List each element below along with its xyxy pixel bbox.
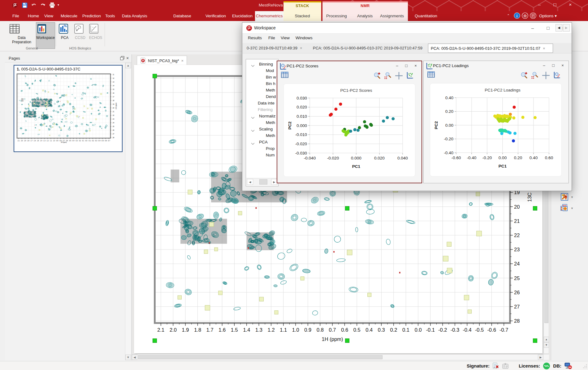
tree-item-normaliz[interactable]: Normaliz xyxy=(246,114,279,120)
resize-grip[interactable] xyxy=(583,364,587,368)
data-preparation-button[interactable]: DataPreparation xyxy=(9,22,35,49)
echos-button[interactable]: ECHOS xyxy=(88,22,103,49)
dropdown-caret-icon[interactable]: ▼ xyxy=(571,196,573,199)
workspace-menu-results[interactable]: Results xyxy=(248,36,262,40)
tree-item-dend[interactable]: Dend xyxy=(246,94,279,101)
document-tab[interactable]: NIST_PCA3_big* × xyxy=(137,56,187,65)
reset-axes-icon[interactable] xyxy=(553,71,562,80)
workspace-button[interactable]: Workspace xyxy=(36,22,55,49)
vscroll-up-icon[interactable]: ▲ xyxy=(544,337,549,342)
tree-item-meth[interactable]: Meth xyxy=(246,88,279,94)
zoom-points-icon[interactable] xyxy=(384,72,392,80)
tree-scroll-thumb[interactable] xyxy=(259,179,267,185)
scores-window[interactable]: PC1-PC2 Scores – □ × PC1-PC2 Scores-0.04… xyxy=(277,61,422,183)
save-icon[interactable] xyxy=(22,2,28,8)
reset-axes-icon[interactable] xyxy=(406,72,415,80)
tree-scroll-right-icon[interactable]: ▶ xyxy=(271,179,277,185)
loadings-close-button[interactable]: × xyxy=(559,62,567,69)
loadings-maximize-button[interactable]: □ xyxy=(549,62,557,69)
pages-scrollbar[interactable]: ▲ ▼ xyxy=(125,63,131,360)
tab-analysis[interactable]: Analysis xyxy=(357,11,373,21)
workspace-tab-1[interactable]: 0-37C 2019-09-02T10:49:39× xyxy=(244,44,308,53)
tree-item-bin-w[interactable]: Bin w xyxy=(246,75,279,81)
tab-elucidation[interactable]: Elucidation xyxy=(232,11,253,21)
scroll-up-icon[interactable]: ▲ xyxy=(125,63,131,68)
loadings-chart[interactable]: PC1-PC2 Loadings-0.60-0.40-0.200.000.200… xyxy=(430,83,561,176)
workspace-window[interactable]: Workspace – □ × ResultsFileViewWindows 0… xyxy=(242,22,572,191)
tree-item-pca[interactable]: PCA xyxy=(246,140,279,146)
chevron-down-icon[interactable] xyxy=(251,129,254,132)
table-icon[interactable] xyxy=(427,71,436,80)
app-maximize-button[interactable]: □ xyxy=(550,1,560,9)
mnova-flag-icon[interactable] xyxy=(12,2,18,8)
spectrum-palette-button[interactable]: ▼ xyxy=(560,203,569,213)
redo-icon[interactable] xyxy=(40,2,46,8)
loadings-window[interactable]: PC1-PC2 Loadings – □ × PC1-PC2 Loadings-… xyxy=(423,61,569,183)
document-hscrollbar[interactable]: ◀ ▶ xyxy=(132,354,549,360)
options-button[interactable]: Options ▾ xyxy=(539,13,557,18)
db-disconnected-icon[interactable] xyxy=(564,362,572,370)
tree-item-binning[interactable]: Binning xyxy=(246,62,279,68)
tree-item-meth[interactable]: Meth xyxy=(246,133,279,140)
page-thumbnail[interactable]: 1. 005-D2A-S-U-900-8495-010-37C 2.12.01.… xyxy=(14,65,123,152)
document-tab-close-icon[interactable]: × xyxy=(181,58,184,63)
zoom-in-icon[interactable] xyxy=(373,72,382,80)
scores-chart[interactable]: PC1-PC2 Scores-0.040-0.0200.0000.0200.04… xyxy=(284,84,415,176)
tab-processing[interactable]: Processing xyxy=(326,11,347,21)
scores-minimize-button[interactable]: – xyxy=(393,62,401,70)
zoom-in-icon[interactable] xyxy=(520,71,529,80)
dropdown-caret-icon[interactable]: ▼ xyxy=(571,207,573,210)
tree-scroll-left-icon[interactable]: ◀ xyxy=(247,179,253,185)
ccsd-button[interactable]: CCSD xyxy=(73,22,87,49)
tab-close-icon[interactable]: × xyxy=(543,46,545,51)
tab-stacked[interactable]: Stacked xyxy=(283,11,321,21)
table-icon[interactable] xyxy=(281,72,290,80)
print-icon[interactable] xyxy=(49,2,55,8)
scores-maximize-button[interactable]: □ xyxy=(402,62,410,70)
signature-id-icon[interactable] xyxy=(502,363,509,369)
tab-file[interactable]: File xyxy=(12,11,19,21)
tab-view[interactable]: View xyxy=(44,11,53,21)
spectrum-color-button[interactable]: ▼ xyxy=(560,192,569,202)
workspace-title-bar[interactable]: Workspace – □ × xyxy=(242,23,572,34)
tree-item-bin-h[interactable]: Bin h xyxy=(246,81,279,88)
tree-item-meth[interactable]: Meth xyxy=(246,120,279,127)
tab-database[interactable]: Database xyxy=(173,11,191,21)
pca-button[interactable]: %PCA xyxy=(58,22,72,49)
app-close-button[interactable]: × xyxy=(565,1,576,9)
settings-gear-icon[interactable]: ⚙ xyxy=(522,12,528,19)
tab-quantitation[interactable]: Quantitation xyxy=(415,11,437,21)
chevron-down-icon[interactable] xyxy=(251,64,254,67)
undo-icon[interactable] xyxy=(31,2,37,8)
workspace-minimize-button[interactable]: – xyxy=(526,23,539,33)
hscroll-right-icon[interactable]: ▶ xyxy=(538,355,543,360)
tree-item-num[interactable]: Num xyxy=(246,153,279,159)
ribbon-collapse-icon[interactable]: ⌃ xyxy=(507,14,510,18)
tree-item-scaling[interactable]: Scaling xyxy=(246,127,279,133)
zoom-points-icon[interactable] xyxy=(531,71,539,80)
info-icon[interactable]: i xyxy=(514,12,520,19)
tab-prediction[interactable]: Prediction xyxy=(82,11,101,21)
crosshair-icon[interactable] xyxy=(395,72,404,80)
tab-data-analysis[interactable]: Data Analysis xyxy=(122,11,147,21)
scroll-down-icon[interactable]: ▼ xyxy=(125,355,131,360)
tab-close-icon[interactable]: × xyxy=(300,46,302,50)
hscroll-thumb[interactable] xyxy=(138,355,383,359)
tab-scroll-right-icon[interactable]: ▶ xyxy=(563,24,570,32)
close-panel-icon[interactable]: × xyxy=(126,56,129,61)
license-ok-icon[interactable] xyxy=(543,362,550,370)
chevron-down-icon[interactable] xyxy=(251,142,254,145)
tree-item-mod[interactable]: Mod xyxy=(246,68,279,75)
workspace-maximize-button[interactable]: □ xyxy=(541,23,555,33)
tree-item-filtering[interactable]: Filtering xyxy=(246,107,279,114)
tab-assignments[interactable]: Assignments xyxy=(380,11,404,21)
tab-verification[interactable]: Verification xyxy=(205,11,226,21)
reference-manual-icon[interactable] xyxy=(530,12,536,19)
workspace-menu-view[interactable]: View xyxy=(281,36,290,40)
hscroll-left-icon[interactable]: ◀ xyxy=(132,355,137,360)
vscroll-down-icon[interactable]: ▼ xyxy=(544,342,549,348)
tab-molecule[interactable]: Molecule xyxy=(61,11,77,21)
quick-access-caret-icon[interactable]: ▾ xyxy=(58,3,59,6)
tab-home[interactable]: Home xyxy=(28,11,39,21)
tree-item-data-inte[interactable]: Data inte xyxy=(246,101,279,107)
